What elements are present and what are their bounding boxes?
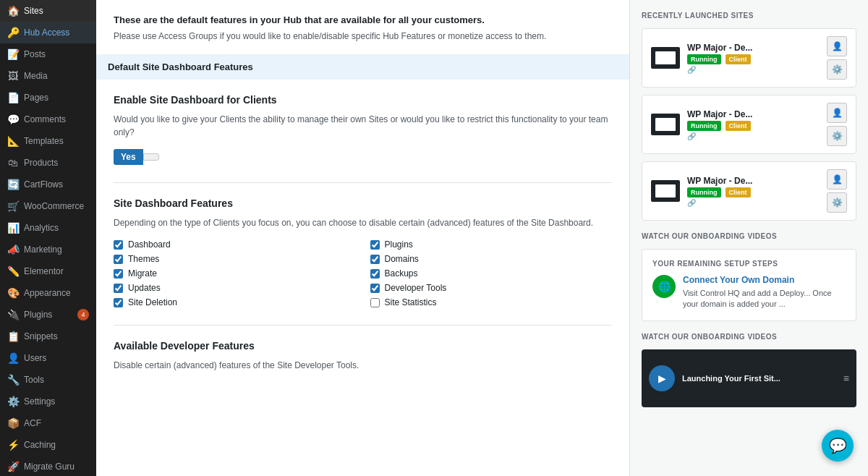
sidebar-item-hub-access[interactable]: 🔑 Hub Access [0,22,96,43]
site-users-btn-1[interactable]: 👤 [827,103,847,123]
feature-checkbox-8[interactable] [114,298,123,307]
site-actions-1: 👤 ⚙️ [827,103,847,146]
feature-checkbox-4[interactable] [114,269,123,279]
feature-checkbox-3[interactable] [370,255,380,264]
main-content: These are the default features in your H… [96,0,629,476]
site-card-2: WP Major - De... Running Client 🔗 👤 ⚙️ [642,161,856,221]
sidebar-item-migrate-guru[interactable]: 🚀 Migrate Guru [0,456,96,476]
sidebar-item-templates[interactable]: 📐 Templates [0,130,96,152]
sidebar-item-elementor[interactable]: ✏️ Elementor [0,260,96,282]
site-status-row-2: Running Client [687,187,820,197]
feature-checkbox-6[interactable] [114,284,123,293]
enable-title: Enable Site Dashboard for Clients [114,94,612,106]
sidebar-item-woocommerce[interactable]: 🛒 WooCommerce [0,195,96,217]
onboarding-item: 🌐 Connect Your Own Domain Visit Control … [652,275,846,310]
feature-checkbox-5[interactable] [370,269,380,279]
feature-item-7[interactable]: Developer Tools [370,283,613,293]
feature-item-2[interactable]: Themes [114,254,356,264]
site-users-btn-2[interactable]: 👤 [827,169,847,190]
elementor-icon: ✏️ [7,265,19,277]
woocommerce-icon: 🛒 [7,200,19,212]
sidebar-item-appearance[interactable]: 🎨 Appearance [0,282,96,304]
onboarding-card: YOUR REMAINING SETUP STEPS 🌐 Connect You… [642,249,856,321]
feature-item-6[interactable]: Updates [114,283,356,293]
feature-label-6: Updates [128,283,161,293]
feature-checkbox-0[interactable] [114,240,123,250]
sidebar-item-label: Hub Access [24,27,69,38]
site-users-btn-0[interactable]: 👤 [827,36,847,56]
feature-list: Dashboard Plugins Themes Domains Migrate… [114,239,612,307]
toggle-row: Yes [114,149,612,165]
sidebar-item-label: Migrate Guru [24,462,75,472]
site-settings-btn-0[interactable]: ⚙️ [827,59,847,80]
sidebar-item-marketing[interactable]: 📣 Marketing [0,239,96,260]
sidebar-item-plugins[interactable]: 🔌 Plugins 4 [0,304,96,326]
divider-1 [114,182,612,183]
sidebar-item-acf[interactable]: 📦 ACF [0,412,96,434]
sidebar-item-analytics[interactable]: 📊 Analytics [0,217,96,239]
sidebar-item-caching[interactable]: ⚡ Caching [0,434,96,456]
caching-icon: ⚡ [7,439,19,451]
sidebar-item-tools[interactable]: 🔧 Tools [0,369,96,391]
sidebar-item-products[interactable]: 🛍 Products [0,152,96,174]
sidebar-item-media[interactable]: 🖼 Media [0,65,96,87]
site-link-2: 🔗 [687,199,820,207]
tools-icon: 🔧 [7,374,19,386]
enable-dashboard-block: Enable Site Dashboard for Clients Would … [114,94,612,165]
toggle-no-button[interactable] [143,153,159,161]
sidebar-item-label: Marketing [24,245,62,255]
badge-running-0: Running [687,54,721,64]
feature-checkbox-2[interactable] [114,255,123,264]
feature-item-4[interactable]: Migrate [114,268,356,279]
site-thumbnail-1 [651,114,680,135]
chat-bubble[interactable]: 💬 [822,430,854,462]
feature-item-8[interactable]: Site Deletion [114,297,356,307]
onboarding-section: WATCH OUR ONBOARDING VIDEOS YOUR REMAINI… [642,232,856,321]
globe-icon: 🌐 [652,275,676,298]
connect-domain-title[interactable]: Connect Your Own Domain [683,275,846,285]
sidebar-item-pages[interactable]: 📄 Pages [0,87,96,109]
site-link-1: 🔗 [687,132,820,140]
feature-item-5[interactable]: Backups [370,268,613,279]
sidebar-item-label: Analytics [24,223,59,233]
toggle-yes-button[interactable]: Yes [114,149,143,165]
site-thumb-inner-0 [655,51,676,64]
sidebar-item-comments[interactable]: 💬 Comments [0,109,96,130]
feature-item-9[interactable]: Site Statistics [370,297,613,307]
feature-checkbox-1[interactable] [370,240,380,250]
video-thumbnail[interactable]: ▶ Launching Your First Sit... ≡ [642,349,856,407]
setup-steps-subtitle: YOUR REMAINING SETUP STEPS [652,260,846,268]
sidebar-item-users[interactable]: 👤 Users [0,347,96,369]
site-card-1: WP Major - De... Running Client 🔗 👤 ⚙️ [642,95,856,154]
feature-item-0[interactable]: Dashboard [114,239,356,250]
analytics-icon: 📊 [7,222,19,234]
posts-icon: 📝 [7,48,19,60]
feature-item-1[interactable]: Plugins [370,239,613,250]
onboarding-title: WATCH OUR ONBOARDING VIDEOS [642,232,856,240]
comments-icon: 💬 [7,114,19,125]
sidebar-item-label: Appearance [24,288,71,298]
feature-label-8: Site Deletion [128,297,177,307]
sidebar-item-cartflows[interactable]: 🔄 CartFlows [0,174,96,195]
feature-label-9: Site Statistics [385,297,437,307]
site-settings-btn-2[interactable]: ⚙️ [827,192,847,213]
users-icon: 👤 [7,352,19,364]
feature-label-2: Themes [128,254,159,264]
sidebar-item-settings[interactable]: ⚙️ Settings [0,391,96,412]
badge-client-1: Client [726,121,751,131]
feature-item-3[interactable]: Domains [370,254,613,264]
video-play-icon: ▶ [649,365,675,391]
site-settings-btn-1[interactable]: ⚙️ [827,126,847,146]
site-info-0: WP Major - De... Running Client 🔗 [687,43,820,74]
sidebar-item-label: Comments [24,114,66,124]
site-status-row-0: Running Client [687,54,820,64]
feature-label-7: Developer Tools [385,283,447,293]
sidebar-item-posts[interactable]: 📝 Posts [0,43,96,65]
sidebar-item-snippets[interactable]: 📋 Snippets [0,326,96,347]
feature-checkbox-7[interactable] [370,284,380,293]
sidebar-item-label: Products [24,158,58,168]
divider-2 [114,325,612,326]
feature-checkbox-9[interactable] [370,298,380,307]
sidebar-item-sites[interactable]: 🏠 Sites [0,0,96,22]
templates-icon: 📐 [7,135,19,147]
